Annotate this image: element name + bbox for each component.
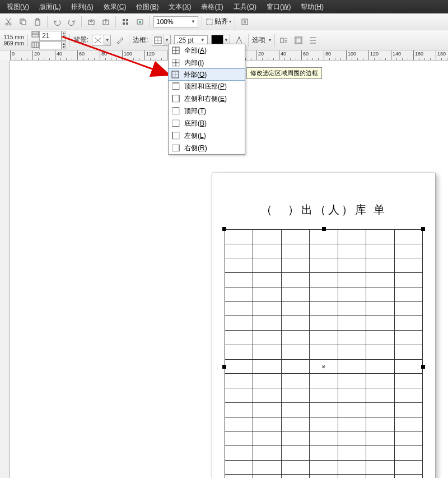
options-dropdown-icon[interactable]: ▾ — [269, 38, 271, 43]
table-cell[interactable] — [366, 345, 394, 359]
cols-down-icon[interactable]: ▼ — [62, 45, 66, 49]
table-cell[interactable] — [394, 316, 422, 331]
table-cell[interactable] — [366, 287, 394, 301]
table-cell[interactable] — [225, 244, 253, 258]
table-cell[interactable] — [310, 402, 338, 417]
table-cols-input[interactable] — [39, 41, 62, 49]
table-cell[interactable] — [253, 301, 281, 316]
paste-icon[interactable] — [31, 16, 44, 28]
table-cell[interactable] — [394, 475, 422, 478]
table-cell[interactable] — [310, 301, 338, 316]
table-cell[interactable] — [310, 374, 338, 388]
table-cell[interactable] — [338, 374, 366, 388]
table-cell[interactable] — [394, 230, 422, 244]
table-cell[interactable] — [310, 287, 338, 301]
menu-window[interactable]: 窗口(W) — [262, 1, 295, 13]
table-cell[interactable] — [310, 446, 338, 461]
table-cell[interactable] — [310, 230, 338, 244]
table-cell[interactable] — [338, 287, 366, 301]
table-cell[interactable] — [338, 316, 366, 331]
border-selector[interactable] — [152, 35, 164, 46]
table-cell[interactable] — [310, 431, 338, 446]
edit-fill-icon[interactable] — [114, 35, 125, 46]
table-cell[interactable] — [310, 316, 338, 331]
table-cell[interactable] — [394, 301, 422, 316]
snap-to[interactable]: 贴齐 ▾ — [206, 17, 231, 26]
background-fill-dropdown[interactable]: ▼ — [104, 35, 111, 46]
cut-icon[interactable] — [2, 16, 15, 28]
menu-view[interactable]: 视图(V) — [2, 1, 34, 13]
table-cell[interactable] — [310, 331, 338, 345]
table-cell[interactable] — [225, 316, 253, 331]
table-cell[interactable] — [253, 258, 281, 273]
undo-icon[interactable] — [51, 16, 63, 28]
table-cell[interactable] — [281, 460, 309, 475]
table-cell[interactable] — [281, 446, 309, 461]
rows-down-icon[interactable]: ▼ — [62, 35, 66, 38]
handle-w[interactable] — [222, 365, 226, 369]
table-cell[interactable] — [394, 345, 422, 359]
table-cell[interactable] — [253, 446, 281, 461]
table-cell[interactable] — [366, 273, 394, 287]
table-cell[interactable] — [310, 345, 338, 359]
table-cell[interactable] — [281, 345, 309, 359]
border-option-i[interactable]: 内部(I) — [169, 57, 245, 69]
table-cell[interactable] — [253, 475, 281, 478]
table-cell[interactable] — [394, 359, 422, 374]
table-cell[interactable] — [225, 258, 253, 273]
table-cell[interactable] — [366, 460, 394, 475]
table-cell[interactable] — [253, 244, 281, 258]
table-cell[interactable] — [394, 431, 422, 446]
table-cell[interactable] — [394, 460, 422, 475]
table-cell[interactable] — [366, 374, 394, 388]
table-cell[interactable] — [253, 417, 281, 431]
table-cell[interactable] — [310, 417, 338, 431]
table-cell[interactable] — [366, 331, 394, 345]
handle-e[interactable] — [421, 365, 425, 369]
table-cell[interactable] — [366, 230, 394, 244]
table-cell[interactable] — [225, 345, 253, 359]
border-option-r[interactable]: 右侧(R) — [169, 142, 245, 154]
background-fill[interactable] — [92, 35, 104, 46]
border-option-a[interactable]: 全部(A) — [169, 44, 245, 57]
table-cell[interactable] — [338, 475, 366, 478]
border-option-l[interactable]: 左侧(L) — [169, 129, 245, 142]
table-cell[interactable] — [338, 402, 366, 417]
table-cell[interactable] — [366, 402, 394, 417]
table-cell[interactable] — [338, 359, 366, 374]
table-cell[interactable] — [225, 402, 253, 417]
table-cell[interactable] — [225, 417, 253, 431]
handle-nw[interactable] — [222, 227, 226, 231]
welcome-icon[interactable] — [134, 16, 146, 28]
table-cell[interactable] — [366, 258, 394, 273]
table-cell[interactable] — [394, 273, 422, 287]
table-object[interactable]: ✕ — [225, 229, 423, 478]
table-cell[interactable] — [366, 475, 394, 478]
table-cell[interactable] — [281, 374, 309, 388]
table-cell[interactable] — [253, 230, 281, 244]
table-cell[interactable] — [253, 359, 281, 374]
menu-layout[interactable]: 版面(L) — [35, 1, 66, 13]
table-cell[interactable] — [225, 331, 253, 345]
table-cell[interactable] — [253, 388, 281, 403]
table-cell[interactable] — [394, 287, 422, 301]
table-cell[interactable] — [225, 230, 253, 244]
handle-ne[interactable] — [421, 227, 425, 231]
table-cell[interactable] — [394, 244, 422, 258]
table-cell[interactable] — [310, 273, 338, 287]
table-cell[interactable] — [310, 258, 338, 273]
redo-icon[interactable] — [66, 16, 78, 28]
table-cell[interactable] — [281, 244, 309, 258]
table-cell[interactable] — [253, 287, 281, 301]
table-cell[interactable] — [366, 417, 394, 431]
table-cell[interactable] — [366, 359, 394, 374]
table-cell[interactable] — [338, 388, 366, 403]
table-cell[interactable] — [366, 431, 394, 446]
table-cell[interactable] — [338, 431, 366, 446]
border-option-p[interactable]: 顶部和底部(P) — [169, 80, 245, 92]
menu-help[interactable]: 帮助(H) — [296, 1, 328, 13]
table-cell[interactable] — [281, 287, 309, 301]
table-cell[interactable] — [310, 475, 338, 478]
wrap-text-icon[interactable] — [278, 35, 290, 46]
export-icon[interactable] — [100, 16, 112, 28]
